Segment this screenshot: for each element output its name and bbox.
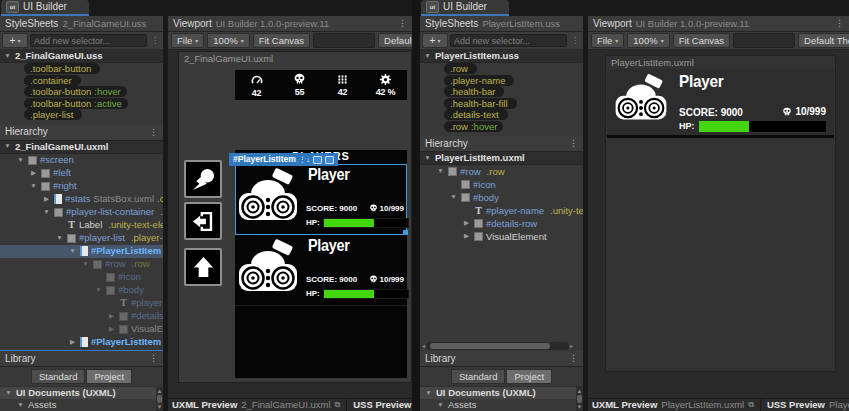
file-menu[interactable]: File ▾ [591, 33, 624, 48]
horizontal-scrollbar[interactable]: ◂ ▸ [422, 341, 573, 350]
library-section-documents[interactable]: ▼ UI Documents (UXML) [0, 386, 163, 399]
uss-selector-row[interactable]: .player-name [420, 75, 583, 87]
expand-toggle[interactable]: ▶ [107, 326, 116, 333]
hierarchy-row[interactable]: ▼ #player-list .player-list [0, 232, 163, 245]
hierarchy-row[interactable]: ▼ #PlayerListItem PlayerListItem.u [0, 245, 163, 258]
hierarchy-row[interactable]: #player-name .unity-text- [0, 297, 163, 310]
external-link-icon[interactable]: ⧉ [335, 401, 341, 409]
expand-toggle[interactable]: ▶ [29, 170, 38, 177]
zoom-select[interactable]: 100% ▾ [207, 33, 249, 48]
player-list-item[interactable]: Player SCORE: 9000 10/999 HP: [607, 69, 834, 138]
scroll-up-icon[interactable]: ▲ [157, 388, 163, 394]
scroll-down-icon[interactable]: ▼ [157, 404, 163, 410]
stylesheet-root-row[interactable]: ▼ PlayerListItem.uss [420, 50, 583, 63]
uss-selector-pill[interactable]: .details-text [444, 109, 508, 120]
uxml-preview-label[interactable]: UXML Preview [592, 400, 657, 410]
theme-select[interactable]: Default Theme ▾ [378, 33, 412, 48]
panel-menu-icon[interactable]: ⋮ [149, 128, 158, 137]
uss-selector-row[interactable]: .row :hover [420, 121, 583, 133]
expand-toggle[interactable]: ▼ [55, 235, 64, 242]
canvas-area[interactable]: 2_FinalGameUI.uxml 42 55 42 [168, 50, 412, 398]
selector-options-icon[interactable]: ⋮ [569, 37, 581, 45]
panel-menu-icon[interactable]: ⋮ [569, 139, 578, 148]
scroll-down-icon[interactable]: ▼ [577, 404, 583, 410]
expand-toggle[interactable]: ▼ [4, 390, 13, 397]
game-toolbar-button-up[interactable] [184, 248, 222, 286]
uss-selector-pill[interactable]: .toolbar-button :hover [24, 86, 127, 97]
library-tab-project[interactable]: Project [506, 369, 552, 384]
game-toolbar-button-exit[interactable] [184, 202, 222, 240]
expand-toggle[interactable]: ▶ [107, 313, 116, 320]
uss-selector-pill[interactable]: .health-bar-fill [444, 98, 517, 109]
hierarchy-row[interactable]: ▶ #left [0, 167, 163, 180]
scrollbar-thumb[interactable] [157, 395, 162, 403]
uss-selector-row[interactable]: .health-bar [420, 86, 583, 98]
hierarchy-row[interactable]: ▼ #right [0, 180, 163, 193]
scroll-left-icon[interactable]: ◂ [422, 343, 425, 349]
hierarchy-row[interactable]: ▶ VisualElement [420, 230, 583, 243]
library-item-assets[interactable]: ▼ Assets [420, 399, 583, 411]
expand-toggle[interactable]: ▶ [462, 220, 471, 227]
hierarchy-row[interactable]: ▼ 2_FinalGameUI.uxml [0, 141, 163, 154]
hierarchy-row[interactable]: #icon [420, 178, 583, 191]
uss-selector-row[interactable]: .container [0, 75, 163, 87]
move-handle-icon[interactable]: ⋮↓ [299, 156, 310, 164]
open-template-icon[interactable] [325, 156, 334, 164]
edit-inline-icon[interactable] [313, 156, 322, 164]
uss-selector-row[interactable]: .toolbar-button :hover [0, 86, 163, 98]
uss-selector-pill[interactable]: .health-bar [444, 86, 504, 97]
expand-toggle[interactable]: ▼ [436, 402, 445, 409]
hierarchy-row[interactable]: ▼ #body [0, 284, 163, 297]
canvas-size-field[interactable] [733, 33, 795, 48]
new-selector-input[interactable] [450, 34, 567, 47]
uss-selector-pill[interactable]: .row :hover [444, 121, 503, 132]
uss-selector-row[interactable]: .player-list [0, 109, 163, 121]
add-selector-button[interactable]: + ▾ [422, 33, 448, 48]
uss-selector-row[interactable]: .toolbar-button [0, 63, 163, 75]
selector-options-icon[interactable]: ⋮ [149, 37, 161, 45]
expand-toggle[interactable]: ▼ [81, 261, 90, 268]
panel-menu-icon[interactable]: ⋮ [398, 19, 407, 28]
document-canvas[interactable]: PlayerListItem.uxml Player SCORE: 9000 1… [605, 55, 836, 372]
add-selector-button[interactable]: + ▾ [2, 33, 28, 48]
uss-selector-row[interactable]: .toolbar-button :active [0, 98, 163, 110]
hierarchy-row[interactable]: ▼ #row .row [420, 165, 583, 178]
expand-toggle[interactable]: ▼ [436, 168, 445, 175]
new-selector-input[interactable] [30, 34, 147, 47]
canvas-area[interactable]: PlayerListItem.uxml Player SCORE: 9000 1… [588, 50, 849, 398]
hierarchy-row[interactable]: ▶ #details-row [420, 217, 583, 230]
expand-toggle[interactable]: ▼ [424, 390, 433, 397]
hierarchy-row[interactable]: ▶ #details-row [0, 310, 163, 323]
expand-toggle[interactable]: ▼ [29, 183, 38, 190]
uss-selector-pill[interactable]: .toolbar-button :active [24, 98, 128, 109]
panel-menu-icon[interactable]: ⋮ [149, 354, 158, 363]
expand-toggle[interactable]: ▼ [3, 143, 12, 150]
vertical-scrollbar[interactable]: ▲ ▼ [156, 387, 163, 411]
library-item-assets[interactable]: ▼ Assets [0, 399, 163, 411]
library-tab-standard[interactable]: Standard [31, 369, 86, 384]
expand-toggle[interactable]: ▶ [68, 339, 77, 346]
hierarchy-row[interactable]: Label .unity-text-element .unity- [0, 219, 163, 232]
hierarchy-row[interactable]: ▼ #screen [0, 154, 163, 167]
scrollbar-thumb[interactable] [577, 395, 582, 403]
selection-tag[interactable]: #PlayerListItem ⋮↓ [229, 153, 338, 166]
theme-select[interactable]: Default Theme ▾ [798, 33, 849, 48]
library-section-documents[interactable]: ▼ UI Documents (UXML) [420, 386, 583, 399]
document-canvas[interactable]: 2_FinalGameUI.uxml 42 55 42 [178, 51, 412, 383]
library-tab-project[interactable]: Project [86, 369, 132, 384]
hierarchy-row[interactable]: ▼ #player-list-container .container [0, 206, 163, 219]
expand-toggle[interactable]: ▼ [68, 248, 77, 255]
uss-selector-pill[interactable]: .toolbar-button [24, 63, 100, 74]
uss-selector-pill[interactable]: .player-list [24, 109, 82, 120]
player-list-item[interactable]: Player SCORE: 9000 10/999 HP: [235, 235, 407, 306]
expand-toggle[interactable]: ▼ [423, 155, 432, 162]
scroll-right-icon[interactable]: ▸ [570, 343, 573, 349]
expand-toggle[interactable]: ▼ [42, 209, 51, 216]
hierarchy-row[interactable]: ▶ VisualElement [0, 323, 163, 336]
game-toolbar-button-boost[interactable] [184, 160, 222, 198]
panel-menu-icon[interactable]: ⋮ [835, 19, 844, 28]
hierarchy-row[interactable]: ▶ #stats StatsBox.uxml .container [0, 193, 163, 206]
uss-preview-label[interactable]: USS Preview [767, 400, 825, 410]
uss-selector-row[interactable]: .details-text [420, 109, 583, 121]
panel-menu-icon[interactable]: ⋮ [569, 354, 578, 363]
